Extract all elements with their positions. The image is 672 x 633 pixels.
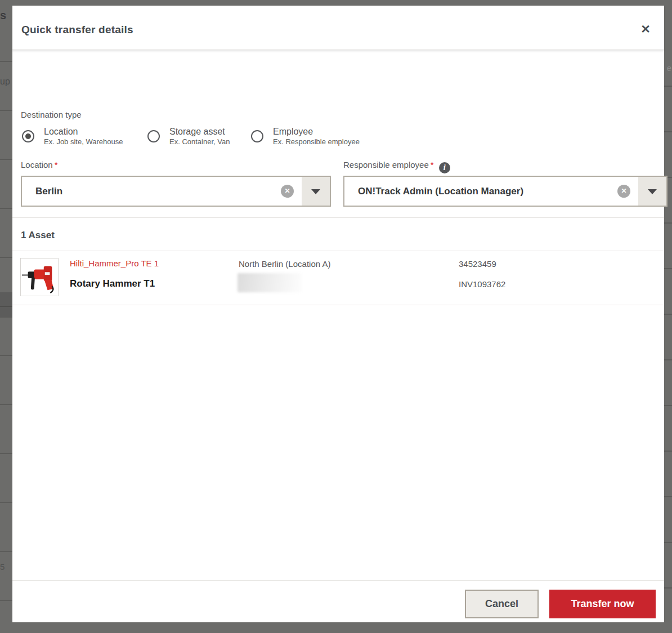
background-text-fragment: s [0,9,6,22]
chevron-down-icon [648,189,657,194]
chevron-down-icon [311,189,320,194]
close-icon[interactable]: ✕ [638,22,653,37]
dialog-footer: Cancel Transfer now [12,580,664,622]
label-text: Location [21,160,53,170]
radio-unselected-icon[interactable] [251,130,263,142]
background-text-fragment: e [667,63,671,73]
dialog-body: Destination type Location Ex. Job site, … [12,50,664,579]
radio-label: Employee [273,126,360,137]
radio-unselected-icon[interactable] [147,130,160,142]
clear-icon[interactable]: ✕ [617,185,630,198]
transfer-now-button[interactable]: Transfer now [549,590,656,618]
info-icon[interactable]: i [439,162,450,173]
asset-thumbnail [20,258,59,296]
background-table-rows-left [0,13,12,622]
required-asterisk: * [55,160,58,170]
asset-current-location: North Berlin (Location A) [239,259,330,269]
background-text-fragment: up [0,77,10,87]
radio-selected-icon[interactable] [22,130,34,142]
destination-type-label: Destination type [21,110,82,119]
dialog-header: Quick transfer details ✕ [12,6,664,50]
dialog-title: Quick transfer details [21,24,133,36]
radio-hint: Ex. Job site, Warehouse [44,137,123,146]
employee-field-label: Responsible employee*i [343,160,450,173]
clear-icon[interactable]: ✕ [281,185,294,198]
asset-name-link[interactable]: Hilti_Hammer_Pro TE 1 [70,258,159,268]
background-text-fragment: 5 [0,562,5,572]
asset-row: Hilti_Hammer_Pro TE 1 Rotary Hammer T1 N… [12,251,664,305]
asset-serial-number: 34523459 [459,259,496,269]
cancel-button[interactable]: Cancel [465,590,539,618]
employee-dropdown-button[interactable] [638,177,666,206]
section-divider [12,217,664,218]
rotary-hammer-image [21,258,58,296]
radio-destination-location[interactable]: Location Ex. Job site, Warehouse [22,126,123,146]
label-text: Responsible employee [343,160,429,170]
radio-hint: Ex. Responsible employee [273,137,360,146]
employee-combobox: ✕ [343,176,667,207]
radio-destination-storage-asset[interactable]: Storage asset Ex. Container, Van [147,126,230,146]
radio-label: Storage asset [169,126,230,137]
quick-transfer-dialog: Quick transfer details ✕ Destination typ… [12,6,664,622]
redacted-blur [238,273,302,292]
required-asterisk: * [431,160,434,170]
asset-count-header: 1 Asset [21,230,55,241]
radio-destination-employee[interactable]: Employee Ex. Responsible employee [251,126,360,146]
radio-label: Location [44,126,123,137]
asset-row-divider [12,305,664,305]
asset-inventory-number: INV1093762 [459,279,505,289]
asset-model: Rotary Hammer T1 [70,278,155,289]
radio-hint: Ex. Container, Van [169,137,230,146]
location-combobox: ✕ [21,176,331,207]
location-dropdown-button[interactable] [302,177,330,206]
background-selected-row [0,292,12,318]
location-field-label: Location* [21,160,58,170]
